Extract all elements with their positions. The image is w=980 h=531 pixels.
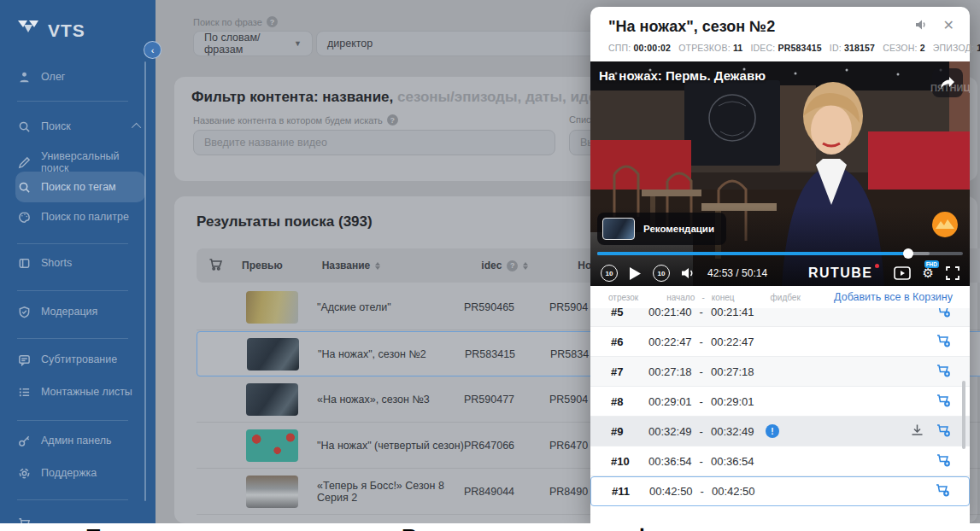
time-display: 42:53 / 50:14 [707,267,767,279]
segments-list[interactable]: #5 00:21:40-00:21:41 #6 00:22:47-00:22:4… [590,308,970,523]
settings-icon[interactable]: ⚙FHD [923,266,934,281]
sidebar-divider [17,290,128,291]
video-title-overlay: На ножах: Пермь. Дежавю [599,68,766,83]
user-icon [17,70,31,84]
palette-icon [17,210,31,224]
add-to-cart-icon[interactable] [936,364,951,380]
column-preview[interactable]: Превью [242,260,283,271]
sidebar-item-admin-panel[interactable]: Админ панель [17,434,141,447]
row-thumbnail[interactable] [246,291,298,324]
segment-row[interactable]: #8 00:29:01-00:29:01 [590,387,970,417]
sidebar-divider [17,243,128,244]
tag-search-icon [17,180,31,194]
segments-header: отрезок начало - конец фидбек Добавить в… [590,286,970,308]
montage-list-icon [17,385,31,399]
recommendations-pill[interactable]: Рекомендации [597,213,726,245]
add-all-to-cart-link[interactable]: Добавить все в Корзину [834,291,953,303]
chevron-down-icon: ▼ [294,39,302,48]
pencil-icon [17,155,31,169]
admin-key-icon [17,434,31,447]
row-thumbnail[interactable] [246,476,298,508]
cart-header-icon[interactable] [208,257,223,274]
add-to-cart-icon[interactable] [936,308,951,320]
sidebar-item-tag-search[interactable]: Поиск по тегам [17,180,141,194]
row-thumbnail[interactable] [246,429,298,462]
help-icon[interactable]: ? [507,260,518,271]
fullscreen-icon[interactable] [946,266,959,280]
brand-logo [932,212,958,237]
add-to-cart-icon[interactable] [936,334,951,350]
shorts-icon [17,256,31,270]
segment-row[interactable]: #5 00:21:40-00:21:41 [590,308,970,327]
sidebar-user-name: Олег [41,71,65,83]
scrollbar-thumb[interactable] [962,381,965,449]
sidebar: VTS ‹ Олег Поиск Универсальный поиск Пои… [0,0,156,523]
search-phrase-label: Поиск по фразе ? [193,16,278,27]
cart-icon [17,516,31,523]
close-icon[interactable]: ✕ [943,17,954,33]
sidebar-item-palette-search[interactable]: Поиск по палитре [17,210,141,224]
channel-watermark: ПЯТНИЦА [930,84,959,93]
sidebar-item-subtitling[interactable]: Субтитрование [17,353,141,366]
collapse-sidebar-button[interactable]: ‹ [144,41,161,59]
sidebar-user[interactable]: Олег [17,70,141,84]
play-icon[interactable] [630,267,641,280]
progress-fill [597,252,908,255]
content-name-input[interactable]: Введите название видео [193,130,555,155]
segment-row[interactable]: #7 00:27:18-00:27:18 [590,357,970,387]
recommendations-label: Рекомендации [643,224,714,234]
player-panel: "На ножах", сезон №2 ✕ СПП: 00:00:02ОТРЕ… [590,7,970,523]
sidebar-item-moderation[interactable]: Модерация [17,305,141,318]
add-to-cart-icon[interactable] [936,394,951,410]
sidebar-divider [17,338,128,339]
sidebar-item-shorts[interactable]: Shorts [17,256,141,270]
row-thumbnail[interactable] [247,338,299,371]
segment-row[interactable]: #10 00:36:54-00:36:54 [590,446,970,476]
add-to-cart-icon[interactable] [936,453,951,470]
segment-row-bordered[interactable]: #11 00:42:50-00:42:50 [590,476,970,506]
vts-logo-icon [17,19,39,43]
sidebar-item-partial[interactable] [17,516,141,523]
sidebar-divider [17,420,128,421]
feedback-icon[interactable]: ! [766,424,779,438]
content-name-label: Название контента в котором будем искать… [193,114,398,125]
forward-10-icon[interactable]: 10 [653,265,670,282]
help-icon[interactable]: ? [267,16,278,27]
search-icon [17,120,31,133]
help-icon[interactable]: ? [387,114,398,125]
support-icon [17,466,31,480]
column-idec[interactable]: idec [481,260,502,271]
sidebar-divider-vertical [144,61,146,501]
bottom-caption-strip: П В ф [0,523,980,531]
add-to-cart-icon[interactable] [936,483,950,499]
video-player[interactable]: На ножах: Пермь. Дежавю ПЯТНИЦА Рекоменд… [590,61,970,286]
moderation-shield-icon [17,305,31,318]
sort-icon[interactable] [375,262,380,270]
row-thumbnail[interactable] [246,383,298,416]
segment-row[interactable]: #6 00:22:47-00:22:47 [590,327,970,357]
pip-icon[interactable] [894,266,911,280]
progress-knob[interactable] [903,248,913,259]
rutube-red-dot [875,264,879,268]
quality-badge: FHD [924,260,939,268]
vts-logo-text: VTS [48,20,85,41]
sidebar-divider [17,499,128,500]
search-mode-select[interactable]: По словам/фразам ▼ [193,31,313,56]
sidebar-item-search-group[interactable]: Поиск [17,120,141,133]
add-to-cart-icon[interactable] [936,423,951,440]
progress-bar[interactable] [597,252,963,255]
sidebar-item-montage-lists[interactable]: Монтажные листы [17,385,141,399]
volume-icon[interactable] [916,19,929,34]
sort-icon[interactable] [523,262,528,270]
volume-control-icon[interactable] [682,267,695,279]
vts-logo[interactable]: VTS [17,19,85,43]
rutube-logo: RUTUBE [808,266,873,281]
segment-row-active[interactable]: #9 00:32:49-00:32:49 ! [590,417,970,446]
sidebar-item-universal-search[interactable]: Универсальный поиск [17,150,141,174]
chevron-up-icon [132,123,141,132]
download-icon[interactable] [911,423,924,439]
column-name[interactable]: Название [322,260,371,271]
sidebar-item-support[interactable]: Поддержка [17,466,141,480]
rewind-10-icon[interactable]: 10 [601,265,618,282]
recommendation-thumbnail [602,218,635,240]
